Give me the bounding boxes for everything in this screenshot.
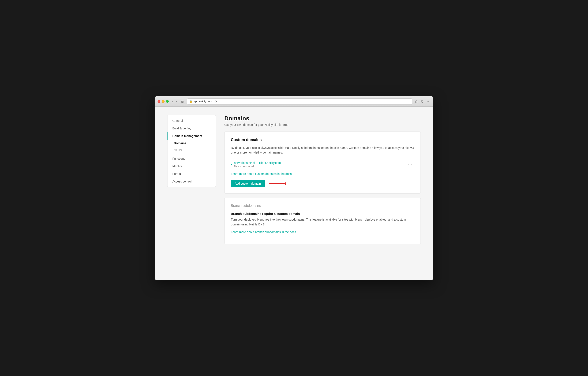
sidebar-subitem-domains[interactable]: Domains — [168, 140, 216, 146]
learn-more-custom-domains-text: Learn more about custom domains in the d… — [231, 172, 292, 176]
branch-feature-title: Branch subdomains require a custom domai… — [231, 212, 414, 215]
page-title: Domains — [224, 115, 421, 122]
forward-button[interactable]: › — [175, 100, 178, 104]
branch-description: Turn your deployed branches into their o… — [231, 217, 414, 227]
domain-name[interactable]: serverless-stack-2-client.netlify.com — [234, 161, 406, 165]
minimize-button[interactable] — [162, 100, 165, 103]
close-button[interactable] — [158, 100, 160, 103]
learn-more-branch-subdomains-link[interactable]: Learn more about branch subdomains in th… — [231, 230, 300, 234]
sidebar-subitem-https[interactable]: HTTPS — [168, 146, 216, 153]
back-button[interactable]: ‹ — [171, 100, 174, 104]
add-domain-row: Add custom domain — [231, 180, 414, 187]
domain-menu-button[interactable]: ··· — [406, 162, 414, 168]
sidebar-item-forms[interactable]: Forms — [168, 170, 216, 178]
sidebar-item-general[interactable]: General — [168, 117, 216, 124]
sidebar-item-access-control[interactable]: Access control — [168, 178, 216, 185]
add-custom-domain-button[interactable]: Add custom domain — [231, 180, 265, 187]
browser-chrome: ‹ › ⊟ 🔒 app.netlify.com ⟳ ⎙ ⧉ + — [155, 96, 433, 107]
sidebar-item-functions[interactable]: Functions — [168, 155, 216, 162]
tab-view-button[interactable]: ⊟ — [180, 100, 185, 104]
learn-more-branch-text: Learn more about branch subdomains in th… — [231, 230, 296, 234]
sidebar-divider — [168, 154, 216, 154]
maximize-button[interactable] — [166, 100, 169, 103]
sidebar-item-domain-management[interactable]: Domain management — [168, 132, 216, 140]
reload-button[interactable]: ⟳ — [213, 100, 218, 104]
learn-more-branch-arrow-icon: → — [297, 230, 300, 234]
sidebar-item-identity[interactable]: Identity — [168, 162, 216, 170]
learn-more-custom-domains-link[interactable]: Learn more about custom domains in the d… — [231, 172, 296, 176]
nav-buttons: ‹ › — [171, 100, 178, 104]
share-button[interactable]: ⎙ — [414, 99, 419, 104]
traffic-lights — [158, 100, 169, 103]
arrow-annotation — [269, 182, 286, 185]
page-content: General Build & deploy Domain management… — [155, 107, 433, 280]
browser-actions: ⎙ ⧉ + — [414, 99, 430, 104]
domain-info: serverless-stack-2-client.netlify.com De… — [234, 161, 406, 168]
branch-subdomains-title: Branch subdomains — [231, 204, 414, 208]
learn-more-arrow-icon: → — [293, 172, 296, 176]
domain-default-label: Default subdomain — [234, 165, 406, 168]
main-content: Domains Use your own domain for your Net… — [224, 115, 421, 272]
domain-item: • serverless-stack-2-client.netlify.com … — [231, 159, 414, 170]
lock-icon: 🔒 — [189, 100, 192, 103]
url-text: app.netlify.com — [194, 100, 212, 103]
custom-domains-title: Custom domains — [231, 138, 414, 142]
custom-domains-card: Custom domains By default, your site is … — [224, 132, 421, 194]
new-tab-button[interactable]: + — [426, 99, 430, 104]
domain-bullet-icon: • — [231, 163, 232, 166]
browser-window: ‹ › ⊟ 🔒 app.netlify.com ⟳ ⎙ ⧉ + General … — [155, 96, 433, 280]
sidebar-item-build-deploy[interactable]: Build & deploy — [168, 124, 216, 132]
arrow-line — [269, 183, 284, 184]
page-subtitle: Use your own domain for your Netlify sit… — [224, 123, 421, 126]
custom-domains-description: By default, your site is always accessib… — [231, 145, 414, 155]
sidebar: General Build & deploy Domain management… — [167, 115, 216, 187]
branch-subdomains-card: Branch subdomains Branch subdomains requ… — [224, 198, 421, 244]
sidebar-toggle-button[interactable]: ⧉ — [420, 99, 425, 104]
address-bar[interactable]: 🔒 app.netlify.com ⟳ — [187, 98, 412, 105]
arrow-head-icon — [284, 182, 286, 185]
